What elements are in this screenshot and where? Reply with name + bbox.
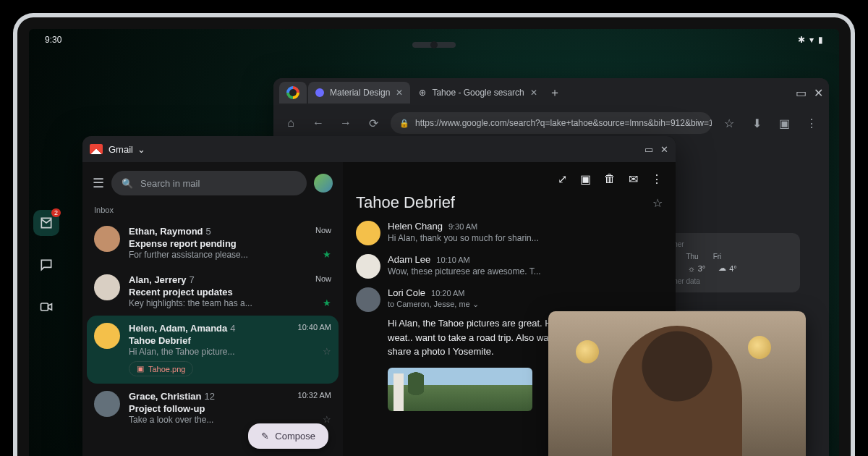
expand-icon[interactable]: ⤢ bbox=[558, 172, 567, 186]
status-icons: ✱ ▾ ▮ bbox=[798, 35, 823, 45]
app-dock bbox=[29, 181, 64, 456]
search-favicon-icon: ⊕ bbox=[419, 88, 426, 98]
camera-notch bbox=[412, 42, 456, 48]
tab-tahoe-search[interactable]: ⊕ Tahoe - Google sesarch ✕ bbox=[412, 82, 544, 104]
sender-name: Grace, Christian bbox=[129, 391, 201, 402]
gmail-logo-icon bbox=[90, 144, 103, 154]
email-subject: Project follow-up bbox=[129, 403, 331, 414]
email-subject: Expense report pending bbox=[129, 238, 331, 249]
email-time: 10:40 AM bbox=[298, 323, 331, 334]
email-item[interactable]: Helen, Adam, Amanda4 10:40 AM Tahoe Debr… bbox=[87, 316, 339, 384]
email-snippet: Hi Alan, the Tahoe picture... bbox=[129, 347, 235, 357]
tab-label: Material Design bbox=[330, 88, 390, 98]
hamburger-menu-icon[interactable]: ☰ bbox=[93, 175, 104, 191]
window-controls: ▭ ✕ bbox=[796, 86, 823, 100]
more-icon[interactable]: ⋮ bbox=[651, 172, 663, 186]
email-time: 10:32 AM bbox=[298, 391, 331, 402]
search-input[interactable]: 🔍 Search in mail bbox=[111, 171, 307, 195]
back-icon[interactable]: ← bbox=[308, 117, 328, 130]
svg-rect-0 bbox=[41, 303, 48, 311]
forward-icon[interactable]: → bbox=[336, 117, 356, 130]
message-recipients[interactable]: to Cameron, Jesse, me ⌄ bbox=[388, 300, 587, 309]
message-snippet: Hi Alan, thank you so much for sharin... bbox=[388, 233, 663, 243]
thread-count: 4 bbox=[230, 323, 235, 334]
account-avatar[interactable] bbox=[314, 174, 333, 193]
tab-material-design[interactable]: Material Design ✕ bbox=[308, 82, 410, 104]
message-sender: Helen Chang bbox=[388, 221, 443, 232]
pencil-icon: ✎ bbox=[261, 431, 269, 442]
search-icon: 🔍 bbox=[122, 178, 133, 189]
video-call-pip[interactable] bbox=[548, 311, 806, 456]
maximize-icon[interactable]: ▭ bbox=[796, 86, 807, 100]
material-favicon-icon bbox=[315, 88, 324, 97]
email-item[interactable]: Alan, Jerrery7 Now Recent project update… bbox=[87, 267, 339, 316]
sender-avatar bbox=[356, 287, 380, 312]
screen: 9:30 ✱ ▾ ▮ bbox=[29, 29, 839, 456]
star-icon[interactable]: ★ bbox=[323, 297, 331, 308]
gmail-title-text: Gmail bbox=[109, 144, 133, 155]
email-snippet: For further assistance please... bbox=[129, 250, 248, 260]
thread-message[interactable]: Adam Lee 10:10 AM Wow, these picturese a… bbox=[356, 254, 663, 279]
image-icon: ▣ bbox=[137, 364, 144, 373]
email-subject: Tahoe Debrief bbox=[129, 335, 331, 346]
gmail-titlebar: Gmail ⌄ ▭ ✕ bbox=[82, 136, 676, 162]
star-icon[interactable]: ★ bbox=[323, 249, 331, 260]
email-time: Now bbox=[315, 274, 331, 285]
menu-icon[interactable]: ⋮ bbox=[801, 117, 822, 130]
dock-mail-icon[interactable] bbox=[33, 210, 59, 236]
lamp-decor bbox=[576, 340, 599, 363]
attachment-chip[interactable]: ▣Tahoe.png bbox=[129, 361, 193, 376]
sender-name: Ethan, Raymond bbox=[129, 226, 203, 237]
bookmark-icon[interactable]: ☆ bbox=[719, 117, 739, 130]
gmail-app-title[interactable]: Gmail ⌄ bbox=[109, 144, 639, 155]
home-icon[interactable]: ⌂ bbox=[281, 117, 301, 130]
lock-icon: 🔒 bbox=[399, 119, 409, 128]
thread-message[interactable]: Helen Chang 9:30 AM Hi Alan, thank you s… bbox=[356, 221, 663, 245]
dock-video-icon[interactable] bbox=[33, 294, 59, 320]
sender-avatar bbox=[356, 221, 380, 245]
message-time: 10:10 AM bbox=[436, 256, 469, 264]
chevron-down-icon: ⌄ bbox=[137, 144, 145, 155]
thread-title: Tahoe Debrief bbox=[356, 193, 455, 212]
star-icon[interactable]: ☆ bbox=[323, 414, 331, 425]
delete-icon[interactable]: 🗑 bbox=[604, 172, 616, 186]
thread-count: 7 bbox=[190, 274, 195, 285]
bluetooth-icon: ✱ bbox=[798, 35, 805, 45]
email-snippet: Take a look over the... bbox=[129, 415, 213, 425]
weather-footer: Weather data bbox=[657, 277, 791, 285]
email-item[interactable]: Ethan, Raymond5 Now Expense report pendi… bbox=[87, 219, 339, 267]
search-placeholder: Search in mail bbox=[140, 178, 200, 189]
star-icon[interactable]: ☆ bbox=[652, 196, 663, 210]
new-tab-button[interactable]: ＋ bbox=[546, 84, 563, 101]
maximize-icon[interactable]: ▭ bbox=[644, 144, 653, 155]
email-snippet: Key highlights: the team has a... bbox=[129, 298, 252, 308]
message-time: 10:20 AM bbox=[431, 289, 464, 297]
message-time: 9:30 AM bbox=[448, 222, 477, 231]
weather-title: Weather bbox=[657, 240, 791, 248]
chrome-icon bbox=[286, 86, 299, 99]
url-bar[interactable]: 🔒 https://www.google.com/search?q=lake+t… bbox=[391, 112, 712, 134]
url-text: https://www.google.com/search?q=lake+tah… bbox=[415, 118, 712, 128]
sun-icon: ☼ bbox=[688, 264, 695, 273]
close-window-icon[interactable]: ✕ bbox=[814, 86, 823, 100]
extensions-icon[interactable]: ▣ bbox=[774, 117, 794, 130]
download-icon[interactable]: ⬇ bbox=[746, 117, 767, 130]
temp: 3° bbox=[698, 264, 706, 273]
close-window-icon[interactable]: ✕ bbox=[660, 144, 668, 155]
wifi-icon: ▾ bbox=[809, 35, 814, 45]
star-icon[interactable]: ☆ bbox=[323, 346, 331, 357]
reload-icon[interactable]: ⟳ bbox=[363, 117, 383, 130]
message-sender: Lori Cole bbox=[388, 287, 425, 298]
dock-chat-icon[interactable] bbox=[33, 252, 59, 278]
tab-1[interactable] bbox=[279, 82, 307, 104]
close-tab-icon[interactable]: ✕ bbox=[396, 88, 403, 98]
mark-unread-icon[interactable]: ✉ bbox=[629, 172, 638, 186]
sender-name: Alan, Jerrery bbox=[129, 274, 187, 285]
sender-avatar bbox=[356, 254, 380, 279]
battery-icon: ▮ bbox=[818, 35, 823, 45]
message-snippet: Wow, these picturese are awesome. T... bbox=[388, 266, 663, 276]
close-tab-icon[interactable]: ✕ bbox=[530, 88, 537, 98]
compose-button[interactable]: ✎ Compose bbox=[248, 423, 328, 449]
attached-image[interactable] bbox=[388, 368, 532, 411]
archive-icon[interactable]: ▣ bbox=[580, 172, 591, 186]
